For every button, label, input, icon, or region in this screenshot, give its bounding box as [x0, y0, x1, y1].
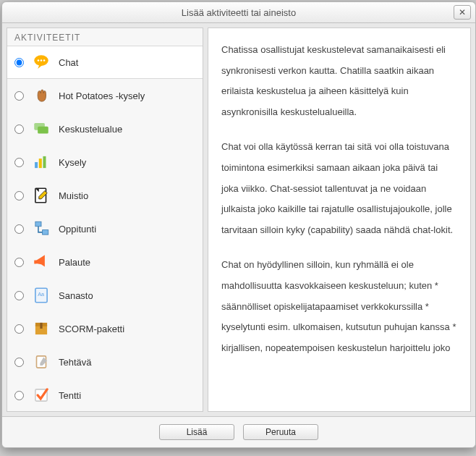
activity-label: Sanasto [59, 290, 93, 301]
assignment-icon [31, 352, 51, 372]
activity-radio[interactable] [14, 258, 24, 267]
activity-radio[interactable] [14, 91, 24, 101]
activity-label: Hot Potatoes -kysely [59, 90, 145, 101]
dialog-footer: Lisää Peruuta [2, 416, 475, 447]
svg-rect-5 [38, 127, 48, 134]
svg-rect-11 [43, 230, 48, 235]
activity-item-oppitunti[interactable]: Oppitunti [7, 212, 203, 245]
activity-list-pane[interactable]: AKTIVITEETIT ChatHot Potatoes -kyselyKes… [7, 28, 203, 412]
svg-rect-7 [39, 159, 42, 168]
activity-label: Muistio [59, 190, 88, 201]
svg-rect-8 [43, 156, 46, 168]
activity-description-pane[interactable]: Chatissa osallistujat keskustelevat sama… [208, 28, 471, 412]
activity-label: SCORM-paketti [59, 324, 124, 334]
chat-bubble-icon [31, 52, 51, 72]
activity-radio[interactable] [14, 324, 24, 334]
activity-label: Tentti [59, 390, 81, 401]
svg-text:Aa: Aa [38, 291, 45, 297]
activity-item-palaute[interactable]: Palaute [7, 245, 203, 279]
package-icon [31, 318, 51, 339]
activity-item-scorm[interactable]: SCORM-paketti [7, 312, 203, 345]
close-icon: ✕ [459, 7, 466, 17]
activity-radio[interactable] [14, 191, 24, 200]
activity-label: Chat [59, 57, 78, 68]
note-pencil-icon [31, 185, 51, 206]
hand-icon [31, 85, 51, 106]
activity-label: Kysely [59, 157, 86, 168]
quiz-check-icon [31, 385, 51, 405]
activity-radio[interactable] [14, 58, 24, 67]
activity-item-tentti[interactable]: Tentti [7, 379, 203, 412]
svg-rect-6 [35, 162, 38, 168]
flowchart-icon [31, 219, 51, 239]
megaphone-icon [31, 252, 51, 272]
activity-radio[interactable] [14, 224, 24, 234]
activity-chooser-dialog: Lisää aktiviteetti tai aineisto ✕ AKTIVI… [1, 1, 476, 448]
activity-item-chat[interactable]: Chat [7, 46, 203, 79]
description-paragraph: Chat on hyödyllinen silloin, kun ryhmäll… [221, 255, 457, 358]
activity-label: Keskustelualue [59, 124, 122, 135]
cancel-button[interactable]: Peruuta [243, 424, 318, 440]
description-paragraph: Chat voi olla käytössä kerran tai sitä v… [221, 137, 457, 240]
description-paragraph: Chatissa osallistujat keskustelevat sama… [221, 40, 457, 122]
dialog-body: AKTIVITEETIT ChatHot Potatoes -kyselyKes… [2, 23, 475, 416]
activity-item-sanasto[interactable]: AaSanasto [7, 279, 203, 312]
activity-radio[interactable] [14, 358, 24, 367]
activity-list: ChatHot Potatoes -kyselyKeskustelualueKy… [7, 46, 203, 412]
dialog-title: Lisää aktiviteetti tai aineisto [182, 7, 296, 18]
svg-point-2 [41, 59, 43, 62]
activity-label: Oppitunti [59, 224, 96, 235]
svg-rect-17 [40, 323, 42, 329]
activity-radio[interactable] [14, 391, 24, 400]
close-button[interactable]: ✕ [454, 5, 471, 20]
activity-label: Palaute [59, 257, 90, 268]
svg-point-1 [38, 59, 40, 62]
bar-chart-icon [31, 152, 51, 172]
activity-item-muistio[interactable]: Muistio [7, 179, 203, 212]
activity-item-hotpotatoes[interactable]: Hot Potatoes -kysely [7, 79, 203, 112]
activity-radio[interactable] [14, 124, 24, 134]
svg-rect-12 [34, 261, 36, 264]
section-header-activities: AKTIVITEETIT [7, 28, 203, 46]
dialog-titlebar: Lisää aktiviteetti tai aineisto ✕ [2, 2, 475, 23]
activity-radio[interactable] [14, 158, 24, 167]
activity-item-kysely[interactable]: Kysely [7, 145, 203, 179]
svg-rect-10 [35, 221, 41, 227]
activity-item-tehtava[interactable]: Tehtävä [7, 345, 203, 379]
svg-point-3 [43, 59, 46, 62]
forum-icon [31, 119, 51, 139]
activity-label: Tehtävä [59, 357, 92, 368]
activity-radio[interactable] [14, 291, 24, 300]
activity-item-keskustelu[interactable]: Keskustelualue [7, 112, 203, 145]
glossary-icon: Aa [31, 285, 51, 305]
add-button[interactable]: Lisää [159, 424, 234, 440]
